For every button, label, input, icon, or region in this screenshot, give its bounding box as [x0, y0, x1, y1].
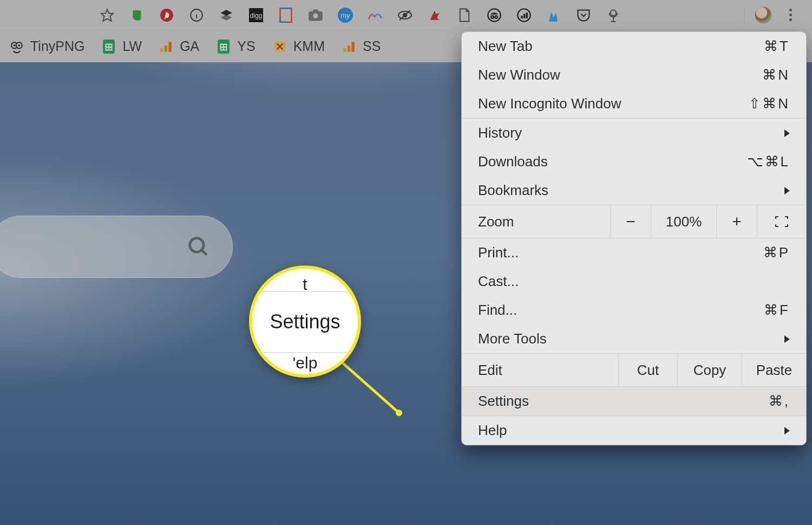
menu-more-tools[interactable]: More Tools — [462, 325, 806, 353]
browser-toolbar: digg my — [0, 0, 812, 30]
profile-avatar[interactable] — [755, 7, 772, 24]
extension-icon-row: digg my — [100, 8, 621, 23]
kmm-icon — [273, 40, 287, 54]
pinterest-icon[interactable] — [159, 8, 174, 23]
wave-icon[interactable] — [546, 8, 561, 23]
evernote-icon[interactable] — [129, 8, 145, 23]
svg-line-50 — [202, 250, 207, 255]
menu-label: More Tools — [478, 330, 547, 347]
vertical-dots-icon — [789, 9, 792, 21]
buffer-icon[interactable] — [219, 8, 234, 23]
ga-icon — [159, 40, 173, 54]
ga-icon — [342, 40, 356, 54]
menu-new-window[interactable]: New Window ⌘N — [462, 61, 806, 89]
menu-new-incognito[interactable]: New Incognito Window ⇧⌘N — [462, 89, 806, 118]
menu-zoom-row: Zoom − 100% + — [462, 205, 806, 238]
svg-text:digg: digg — [250, 12, 263, 20]
menu-label: Cast... — [478, 273, 519, 290]
search-icon — [187, 235, 211, 259]
submenu-arrow-icon — [784, 335, 790, 343]
toolbar-divider — [744, 7, 745, 23]
menu-label: New Incognito Window — [478, 95, 621, 112]
svg-rect-26 — [526, 12, 528, 18]
menu-downloads[interactable]: Downloads ⌥⌘L — [462, 147, 806, 176]
podcast-icon[interactable] — [606, 8, 621, 23]
digg-icon[interactable]: digg — [248, 8, 264, 23]
zoom-in-button[interactable]: + — [716, 205, 757, 238]
svg-rect-46 — [343, 48, 346, 52]
menu-settings[interactable]: Settings ⌘, — [462, 387, 806, 416]
svg-rect-9 — [280, 8, 292, 22]
menu-find[interactable]: Find... ⌘F — [462, 296, 806, 325]
svg-rect-47 — [348, 45, 350, 51]
bookmark-label: GA — [180, 38, 199, 54]
menu-new-tab[interactable]: New Tab ⌘T — [462, 32, 806, 61]
star-icon[interactable] — [100, 8, 115, 23]
svg-marker-6 — [220, 14, 232, 20]
colornote-icon[interactable] — [278, 8, 293, 23]
bookmark-label: TinyPNG — [30, 38, 84, 54]
menu-bookmarks[interactable]: Bookmarks — [462, 176, 806, 205]
svg-text:my: my — [340, 11, 351, 19]
svg-point-32 — [14, 44, 16, 46]
zoom-out-button[interactable]: − — [610, 205, 651, 238]
analytics-icon[interactable] — [516, 8, 532, 23]
menu-print[interactable]: Print... ⌘P — [462, 238, 806, 267]
svg-point-33 — [18, 44, 20, 46]
cardinal-icon[interactable] — [427, 8, 442, 23]
menu-label: History — [478, 125, 522, 141]
bookmark-ys[interactable]: YS — [217, 38, 255, 54]
menu-label: Bookmarks — [478, 182, 548, 199]
bookmark-tinypng[interactable]: TinyPNG — [10, 38, 84, 54]
zoom-level: 100% — [651, 205, 716, 238]
svg-rect-40 — [168, 42, 171, 51]
chrome-main-menu: New Tab ⌘T New Window ⌘N New Incognito W… — [461, 31, 807, 445]
pocket-icon[interactable] — [576, 8, 591, 23]
menu-shortcut: ⌘T — [764, 38, 790, 55]
momentum-icon[interactable] — [368, 8, 383, 23]
privacy-icon[interactable] — [397, 8, 412, 23]
menu-label: Find... — [478, 302, 517, 319]
incognitohat-icon[interactable] — [487, 8, 502, 23]
edit-paste-button[interactable]: Paste — [742, 354, 806, 386]
menu-label: Print... — [478, 244, 519, 261]
menu-shortcut: ⌘N — [762, 67, 790, 83]
bookmark-label: YS — [237, 38, 255, 54]
sheets-icon — [217, 40, 231, 54]
tinypng-icon — [10, 40, 24, 54]
bookmark-lw[interactable]: LW — [102, 38, 142, 54]
svg-rect-24 — [521, 16, 523, 18]
edit-copy-button[interactable]: Copy — [677, 354, 742, 386]
camera-icon[interactable] — [308, 8, 323, 23]
menu-help[interactable]: Help — [462, 416, 806, 445]
menu-history[interactable]: History — [462, 119, 806, 147]
bookmark-label: SS — [363, 38, 381, 54]
bookmark-kmm[interactable]: KMM — [273, 38, 325, 54]
search-bar[interactable] — [0, 216, 233, 278]
callout-sep — [252, 352, 358, 353]
newdoc-icon[interactable] — [457, 8, 472, 23]
svg-rect-10 — [280, 8, 292, 22]
menu-label: New Window — [478, 67, 560, 83]
bookmark-label: KMM — [293, 38, 325, 54]
svg-marker-0 — [101, 9, 113, 21]
svg-rect-14 — [313, 9, 318, 12]
info-icon[interactable] — [189, 8, 204, 23]
fullscreen-button[interactable] — [757, 205, 806, 238]
svg-point-13 — [313, 13, 318, 18]
edit-cut-button[interactable]: Cut — [618, 354, 677, 386]
menu-shortcut: ⌘F — [764, 302, 790, 319]
menu-label: Edit — [462, 354, 618, 386]
bookmark-ga[interactable]: GA — [159, 38, 199, 54]
mysite-icon[interactable]: my — [338, 8, 353, 23]
menu-cast[interactable]: Cast... — [462, 267, 806, 296]
chrome-menu-button[interactable] — [782, 7, 799, 24]
svg-point-20 — [488, 9, 500, 21]
sheets-icon — [102, 40, 116, 54]
submenu-arrow-icon — [784, 427, 790, 435]
bookmark-ss[interactable]: SS — [342, 38, 381, 54]
menu-label: Downloads — [478, 153, 548, 170]
callout-fragment-bottom: 'elp — [293, 354, 318, 372]
svg-rect-25 — [523, 14, 526, 18]
svg-rect-39 — [165, 45, 167, 51]
